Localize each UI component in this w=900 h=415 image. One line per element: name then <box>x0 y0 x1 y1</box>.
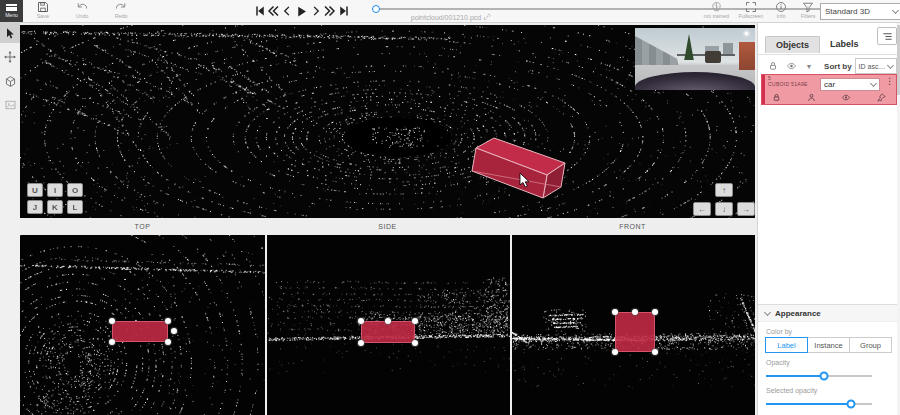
resize-handle[interactable] <box>165 318 171 324</box>
filename-text: pointcloud/001210.pcd <box>411 14 481 21</box>
undo-icon <box>76 1 88 13</box>
resize-handle[interactable] <box>612 349 618 355</box>
tab-objects[interactable]: Objects <box>765 36 820 53</box>
redo-button[interactable]: Redo <box>108 1 134 19</box>
file-actions: Save Undo Redo <box>30 1 134 19</box>
key-button-k[interactable]: K <box>47 200 63 214</box>
menu-button[interactable]: Menu <box>0 0 23 22</box>
skip-start-button[interactable] <box>253 3 266 19</box>
cuboid-front-view[interactable] <box>615 312 655 352</box>
rotate-handle[interactable] <box>171 328 177 334</box>
view-label-top: TOP <box>20 218 265 235</box>
arrow-up-button[interactable]: ↑ <box>715 183 733 197</box>
tool-image[interactable] <box>0 95 20 115</box>
visibility-all-button[interactable] <box>782 61 800 71</box>
resize-handle[interactable] <box>165 339 171 345</box>
fast-forward-icon <box>323 5 336 17</box>
resize-handle[interactable] <box>612 309 618 315</box>
resize-handle[interactable] <box>358 340 364 346</box>
tool-sidebar <box>0 23 20 415</box>
rotate-handle[interactable] <box>385 318 391 324</box>
cuboid-3d[interactable] <box>472 138 565 198</box>
object-class-select[interactable]: car <box>820 78 880 91</box>
resize-handle[interactable] <box>652 349 658 355</box>
tab-labels[interactable]: Labels <box>820 36 869 53</box>
top-projection-view[interactable] <box>20 235 265 415</box>
slider-thumb[interactable] <box>820 372 829 381</box>
object-id: CUBOID 51A9E <box>768 82 808 87</box>
info-button[interactable]: Info <box>770 1 792 19</box>
fullscreen-button[interactable]: Fullscreen <box>736 1 766 19</box>
slider-thumb[interactable] <box>846 400 855 409</box>
step-backward-icon <box>282 5 293 17</box>
cuboid-top-view[interactable] <box>112 321 168 342</box>
selected-opacity-slider[interactable] <box>766 399 872 409</box>
chevron-down-icon <box>764 308 771 315</box>
color-by-instance-button[interactable]: Instance <box>807 337 850 353</box>
cuboid-side-view[interactable] <box>361 321 415 343</box>
slider-fill <box>766 403 851 405</box>
fast-backward-button[interactable] <box>267 3 280 19</box>
resize-handle[interactable] <box>412 340 418 346</box>
step-backward-button[interactable] <box>281 3 294 19</box>
arrow-left-button[interactable]: ← <box>693 202 711 216</box>
top-toolbar: Menu Save Undo <box>0 0 900 23</box>
opacity-slider[interactable] <box>766 371 872 381</box>
lock-all-button[interactable] <box>764 61 782 71</box>
color-by-label-button[interactable]: Label <box>765 337 808 353</box>
resize-handle[interactable] <box>358 318 364 324</box>
step-forward-button[interactable] <box>309 3 322 19</box>
key-button-l[interactable]: L <box>67 200 83 214</box>
resize-handle[interactable] <box>412 318 418 324</box>
tool-select-cursor[interactable] <box>0 23 20 43</box>
sort-select[interactable]: ID asc… <box>855 58 897 74</box>
mode-select[interactable]: Standard 3D <box>820 3 900 20</box>
camera-preview[interactable] <box>635 28 755 90</box>
object-visibility-button[interactable] <box>841 93 851 102</box>
object-menu-button[interactable]: ⋮ <box>885 77 894 86</box>
sort-value: ID asc… <box>859 63 886 70</box>
key-button-o[interactable]: O <box>67 183 83 197</box>
hamburger-icon <box>6 4 17 11</box>
filters-label: Filters <box>801 13 816 18</box>
object-row-car[interactable]: 5 CUBOID 51A9E car ⋮ <box>761 74 897 105</box>
camera-truck <box>705 51 721 63</box>
rotate-handle[interactable] <box>632 309 638 315</box>
key-button-j[interactable]: J <box>27 200 43 214</box>
not-trained-button[interactable]: not trained <box>700 1 732 19</box>
key-label: I <box>54 186 56 195</box>
info-label: Info <box>776 13 785 18</box>
side-projection-view[interactable] <box>267 235 510 415</box>
arrow-right-button[interactable]: → <box>737 202 755 216</box>
opacity-label: Opacity <box>766 359 900 366</box>
key-label: L <box>73 203 78 212</box>
save-button[interactable]: Save <box>30 1 56 19</box>
play-button[interactable] <box>295 3 308 19</box>
tool-cuboid[interactable] <box>0 71 20 91</box>
object-lock-button[interactable] <box>772 93 781 102</box>
resize-handle[interactable] <box>109 339 115 345</box>
key-button-i[interactable]: I <box>47 183 63 197</box>
arrow-down-button[interactable]: ↓ <box>715 202 733 216</box>
front-projection-view[interactable] <box>512 235 755 415</box>
resize-handle[interactable] <box>652 309 658 315</box>
resize-handle[interactable] <box>109 318 115 324</box>
object-class-value: car <box>824 80 835 89</box>
key-button-u[interactable]: U <box>27 183 43 197</box>
object-pin-button[interactable] <box>877 93 886 102</box>
tool-pan[interactable] <box>0 47 20 67</box>
save-label: Save <box>37 13 49 18</box>
appearance-section: Appearance Color by Label Instance Group… <box>758 304 900 415</box>
timeline-thumb[interactable] <box>372 5 380 13</box>
skip-end-button[interactable] <box>337 3 350 19</box>
appearance-header[interactable]: Appearance <box>758 304 900 322</box>
expand-all-button[interactable]: ▼ <box>800 63 818 70</box>
funnel-icon <box>802 1 814 13</box>
panel-layout-button[interactable] <box>877 27 897 45</box>
object-author-button[interactable] <box>807 93 816 102</box>
fast-forward-button[interactable] <box>323 3 336 19</box>
filters-button[interactable]: Filters <box>796 1 820 19</box>
undo-button[interactable]: Undo <box>69 1 95 19</box>
menu-label: Menu <box>5 12 18 17</box>
color-by-group-button[interactable]: Group <box>849 337 892 353</box>
